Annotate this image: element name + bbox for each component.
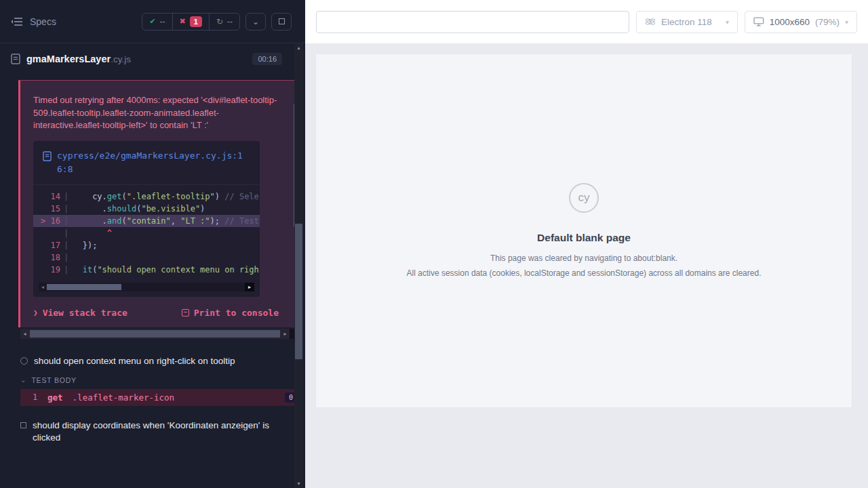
error-footer: ❯ View stack trace Print to console [33,308,279,318]
viewport-scale: (79%) [815,17,840,27]
print-to-console-button[interactable]: Print to console [182,308,279,318]
spec-name: gmaMarkersLayer [26,54,111,64]
pending-count: -- [227,17,233,26]
stop-button[interactable] [271,13,292,30]
error-horizontal-scrollbar[interactable]: ◂ ▸ [20,329,303,339]
code-frame-header: cypress/e2e/gmaMarkersLayer.cy.js:16:8 [33,141,260,185]
test-row[interactable]: should open context menu on right-click … [0,351,305,371]
code-line: 17| }); [33,239,260,251]
x-icon: ✖ [180,17,186,26]
sidebar-scrollbar[interactable]: ▴ ▾ [294,43,303,488]
chevron-down-icon: ⌄ [20,376,26,384]
browser-label: Electron 118 [661,17,712,27]
failed-count: 1 [190,16,202,27]
test-body-label: TEST BODY [31,376,77,384]
test-title: should display coordinates when 'Koordin… [33,420,277,444]
code-line: 18| [33,251,260,264]
test-body-toggle[interactable]: ⌄ TEST BODY [0,371,305,388]
cypress-logo: cy [569,183,599,213]
print-icon [182,309,189,317]
scroll-left-icon[interactable]: ◂ [20,331,29,337]
code-lines: 14| cy.get(".leaflet-tooltip") // Sele 1… [33,185,260,277]
command-method: get [47,392,63,403]
check-icon: ✔ [149,17,155,26]
blank-page-title: Default blank page [537,232,631,244]
spec-duration-badge: 00:16 [252,53,282,65]
aut-header: Electron 118 ▾ 1000x660 (79%) ▾ [305,0,868,43]
blank-page-line1: This page was cleared by navigating to a… [490,253,677,264]
chevron-down-icon: ▾ [726,18,729,26]
scroll-thumb[interactable] [47,284,121,290]
restart-icon: ↻ [216,17,223,26]
scroll-down-icon[interactable]: ▾ [294,479,303,488]
test-list: should open context menu on right-click … [0,351,305,448]
aut-viewport-area: cy Default blank page This page was clea… [305,43,868,488]
scroll-thumb[interactable] [30,330,280,338]
scroll-up-icon[interactable]: ▴ [294,43,303,52]
viewport-selector[interactable]: 1000x660 (79%) ▾ [745,11,857,33]
passed-count: -- [160,17,165,26]
specs-menu-icon [11,17,23,26]
scroll-thumb[interactable] [295,224,302,359]
aut-iframe: cy Default blank page This page was clea… [316,54,852,407]
chevron-down-icon: ⌄ [252,17,259,26]
code-line: > 16| .and("contain", "LT :"); // Test [33,215,260,227]
test-stats: ✔ -- ✖ 1 ↻ -- [142,13,240,30]
reporter-header: Specs ✔ -- ✖ 1 ↻ -- ⌄ [0,0,305,43]
test-pending-icon [20,422,26,428]
scroll-right-icon[interactable]: ▸ [281,331,290,337]
code-line: | ^ [33,227,260,239]
scroll-right-icon[interactable]: ▸ [245,283,254,291]
browser-selector[interactable]: Electron 118 ▾ [636,11,738,33]
print-to-console-label: Print to console [194,308,279,318]
code-frame: cypress/e2e/gmaMarkersLayer.cy.js:16:8 1… [33,141,260,297]
code-horizontal-scrollbar[interactable]: ◂ ▸ [39,283,254,291]
stat-failed[interactable]: ✖ 1 [172,14,209,30]
url-input[interactable] [316,11,629,33]
code-line: 19| it("should open context menu on righ [33,264,260,276]
file-icon [43,151,52,161]
aut-panel: Electron 118 ▾ 1000x660 (79%) ▾ cy Defau… [305,0,868,488]
spec-extension: .cy.js [111,54,131,64]
error-panel: Timed out retrying after 4000ms: expecte… [18,80,303,327]
failed-command-row[interactable]: 1 get .leaflet-marker-icon 0 [20,389,303,406]
electron-icon [645,16,656,27]
monitor-icon [753,17,764,26]
view-stack-trace-label: View stack trace [43,308,127,318]
error-message: Timed out retrying after 4000ms: expecte… [33,94,279,132]
stat-pending[interactable]: ↻ -- [209,14,239,30]
scroll-left-icon[interactable]: ◂ [39,284,47,290]
command-number: 1 [33,392,47,402]
collapse-all-button[interactable]: ⌄ [245,13,266,30]
stop-icon [279,18,285,24]
code-line: 15| .should("be.visible") [33,203,260,215]
specs-toggle-button[interactable]: Specs [11,16,56,27]
arrow-left-glyph [12,20,14,24]
blank-page-line2: All active session data (cookies, localS… [407,268,762,279]
chevron-right-icon: ❯ [33,308,38,317]
specs-label: Specs [30,16,56,27]
command-target: .leaflet-marker-icon [73,392,175,403]
test-running-icon [20,357,28,365]
test-title: should open context menu on right-click … [34,355,235,367]
view-stack-trace-link[interactable]: ❯ View stack trace [33,308,127,318]
code-line: 14| cy.get(".leaflet-tooltip") // Sele [33,190,260,203]
cypress-logo-text: cy [578,191,590,205]
error-file-link[interactable]: cypress/e2e/gmaMarkersLayer.cy.js:16:8 [57,149,250,176]
chevron-down-icon: ▾ [845,18,848,26]
spec-header[interactable]: gmaMarkersLayer.cy.js 00:16 [0,43,305,75]
reporter-sidebar: Specs ✔ -- ✖ 1 ↻ -- ⌄ [0,0,305,488]
viewport-size: 1000x660 [770,17,810,27]
stat-passed[interactable]: ✔ -- [142,14,172,30]
test-row[interactable]: should display coordinates when 'Koordin… [0,415,305,448]
spec-file-icon [11,54,20,64]
